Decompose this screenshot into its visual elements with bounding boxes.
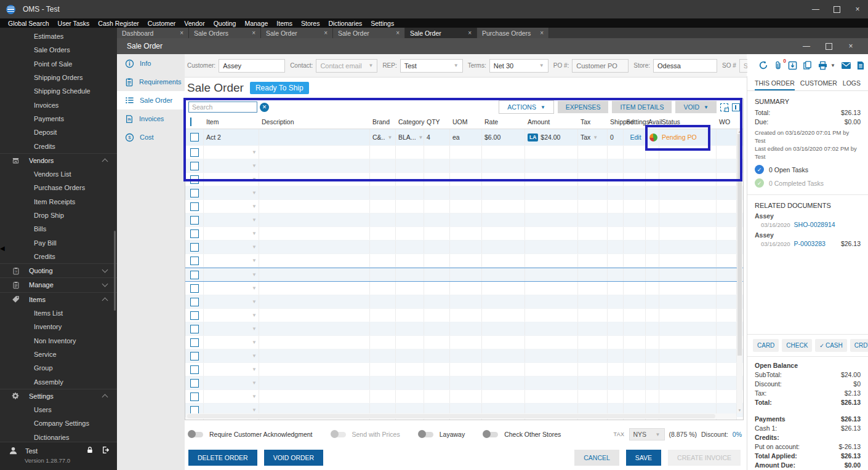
table-row-empty[interactable]: ▼: [185, 254, 743, 268]
email-icon[interactable]: [841, 62, 851, 70]
sidebar-item-invoices[interactable]: Invoices: [0, 98, 117, 111]
column-header-brand[interactable]: Brand: [370, 118, 396, 125]
menu-item-global-search[interactable]: Global Search: [4, 20, 54, 27]
print-icon[interactable]: [818, 61, 828, 70]
column-header-shipped[interactable]: Shipped: [608, 118, 624, 125]
actions-button[interactable]: ACTIONS▼: [499, 100, 554, 114]
tab-close-icon[interactable]: ×: [396, 30, 400, 36]
sidebar-item-quoting[interactable]: ?Quoting: [0, 263, 117, 277]
table-row-empty[interactable]: ▼: [185, 336, 743, 349]
sidebar-item-item-receipts[interactable]: Item Receipts: [0, 195, 117, 209]
tab-cost[interactable]: $Cost: [117, 128, 185, 146]
sidebar-item-estimates[interactable]: Estimates: [0, 30, 117, 43]
inner-maximize-icon[interactable]: [818, 38, 840, 54]
column-header-status[interactable]: Status: [659, 118, 717, 125]
toggle-send-with-prices[interactable]: Send with Prices: [331, 431, 400, 438]
item-dropdown-icon[interactable]: ▼: [252, 340, 257, 345]
inner-close-icon[interactable]: ×: [840, 38, 862, 54]
menu-item-customer[interactable]: Customer: [143, 20, 180, 27]
table-row-empty[interactable]: ▼: [185, 309, 743, 322]
row-checkbox[interactable]: [190, 284, 199, 293]
column-header-wo[interactable]: WO: [717, 118, 737, 125]
sidebar-item-credits[interactable]: Credits: [0, 250, 117, 263]
item-cell[interactable]: Act 2: [204, 129, 259, 145]
sidebar-item-shipping-schedule[interactable]: Shipping Schedule: [0, 84, 117, 98]
brand-cell[interactable]: C&..▼: [370, 129, 396, 145]
toggle-switch[interactable]: [419, 432, 433, 437]
tab-purchase-orders-5[interactable]: Purchase Orders×: [477, 28, 549, 38]
row-checkbox[interactable]: [190, 379, 199, 388]
tab-sale-orders-1[interactable]: Sale Orders×: [189, 28, 261, 38]
search-input[interactable]: [188, 102, 257, 113]
column-header-uom[interactable]: UOM: [450, 118, 482, 125]
sidebar-item-drop-ship[interactable]: Drop Ship: [0, 209, 117, 222]
row-checkbox[interactable]: [190, 133, 199, 141]
column-header-qty[interactable]: QTY: [424, 118, 450, 125]
item-dropdown-icon[interactable]: ▼: [252, 313, 257, 318]
sidebar-item-items[interactable]: Items: [0, 292, 117, 306]
table-row-empty[interactable]: ▼: [185, 186, 743, 200]
sidebar-item-credits[interactable]: Credits: [0, 139, 117, 153]
table-row-empty[interactable]: ▼: [185, 268, 743, 282]
sidebar-item-vendors-list[interactable]: Vendors List: [0, 167, 117, 181]
payment-button-check[interactable]: CHECK: [782, 339, 812, 352]
cancel-button[interactable]: CANCEL: [574, 450, 619, 466]
column-header-description[interactable]: Description: [259, 118, 370, 125]
close-icon[interactable]: ×: [847, 0, 868, 18]
refresh-icon[interactable]: [758, 60, 768, 70]
sidebar-item-service[interactable]: Service: [0, 348, 117, 361]
row-checkbox[interactable]: [190, 271, 199, 279]
column-chooser-icon[interactable]: [732, 103, 740, 111]
item-dropdown-icon[interactable]: ▼: [252, 367, 257, 372]
item-dropdown-icon[interactable]: ▼: [252, 407, 257, 413]
column-header-amount[interactable]: Amount: [525, 118, 578, 125]
copy-icon[interactable]: [803, 60, 812, 70]
column-header-rate[interactable]: Rate: [482, 118, 525, 125]
item-dropdown-icon[interactable]: ▼: [252, 380, 257, 386]
terms-select[interactable]: Net 30▼: [489, 59, 549, 73]
tab-invoices[interactable]: INInvoices: [117, 110, 185, 128]
tab-close-icon[interactable]: ×: [252, 30, 255, 36]
layout-selector-icon[interactable]: [720, 103, 728, 111]
item-dropdown-icon[interactable]: ▼: [252, 299, 257, 305]
row-checkbox[interactable]: [190, 148, 199, 157]
rate-cell[interactable]: $6.00: [482, 129, 525, 145]
sidebar-item-shipping-orders[interactable]: Shipping Orders: [0, 71, 117, 84]
toggle-check-other-stores[interactable]: Check Other Stores: [483, 431, 561, 438]
sidebar-item-dictionaries[interactable]: Dictionaries: [0, 431, 117, 442]
row-checkbox[interactable]: [190, 243, 199, 252]
table-row-empty[interactable]: ▼: [185, 295, 743, 309]
item-dropdown-icon[interactable]: ▼: [252, 204, 257, 209]
sidebar-item-pay-bill[interactable]: Pay Bill: [0, 236, 117, 249]
item-dropdown-icon[interactable]: ▼: [252, 231, 257, 236]
tab-dashboard-0[interactable]: Dashboard×: [117, 28, 189, 38]
rep-select[interactable]: Test▼: [400, 59, 463, 73]
tax-cell[interactable]: Tax▼: [578, 129, 608, 145]
item-dropdown-icon[interactable]: ▼: [252, 326, 257, 332]
tab-info[interactable]: Info: [117, 54, 185, 73]
save-button[interactable]: SAVE: [626, 450, 661, 466]
item-dropdown-icon[interactable]: ▼: [252, 177, 257, 182]
menu-item-cash-register[interactable]: Cash Register: [94, 20, 143, 27]
download-icon[interactable]: [788, 61, 797, 70]
sidebar-item-sale-orders[interactable]: Sale Orders: [0, 43, 117, 57]
po-input[interactable]: [572, 59, 629, 73]
sidebar-collapse-icon[interactable]: ◀: [0, 245, 5, 252]
amount-cell[interactable]: LA$24.00: [525, 129, 578, 145]
menu-item-quoting[interactable]: Quoting: [209, 20, 241, 27]
tab-close-icon[interactable]: ×: [540, 30, 544, 36]
maximize-icon[interactable]: [826, 0, 847, 18]
payment-button-crdt[interactable]: CRDT: [850, 339, 868, 352]
related-doc-link[interactable]: SHO-0028914: [794, 221, 835, 228]
create-invoice-button[interactable]: CREATE INVOICE: [668, 450, 741, 466]
table-row-empty[interactable]: ▼: [185, 200, 743, 213]
tab-close-icon[interactable]: ×: [180, 30, 183, 36]
grid-vertical-scrollbar[interactable]: ▲▼: [737, 129, 742, 413]
sidebar-scrollbar[interactable]: [114, 231, 116, 311]
menu-item-items[interactable]: Items: [272, 20, 297, 27]
uom-cell[interactable]: ea: [450, 129, 482, 145]
sidebar-item-items-list[interactable]: Items List: [0, 306, 117, 320]
item-dropdown-icon[interactable]: ▼: [252, 394, 257, 399]
item-details-button[interactable]: ITEM DETAILS: [612, 101, 672, 113]
item-dropdown-icon[interactable]: ▼: [252, 258, 257, 263]
